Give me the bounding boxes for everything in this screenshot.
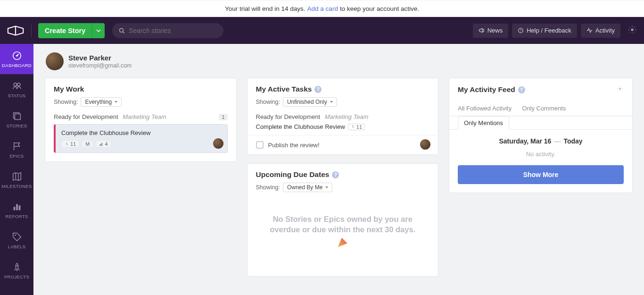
main-content: Steve Parker stevefrompl@gmail.com My Wo… (33, 44, 644, 295)
pulse-icon (586, 27, 593, 34)
no-activity: No activity. (449, 148, 632, 165)
sidebar-item-dashboard[interactable]: DASHBOARD (0, 44, 33, 74)
tab-all[interactable]: All Followed Activity (458, 101, 512, 116)
settings-button[interactable] (627, 25, 637, 37)
active-tasks-card: My Active Tasks ? Showing: Unfinished On… (247, 78, 439, 155)
status-icon (12, 81, 22, 91)
help-icon: ? (518, 27, 524, 34)
gear-icon (616, 85, 624, 93)
chart-icon (12, 202, 22, 212)
user-header: Steve Parker stevefrompl@gmail.com (46, 52, 633, 70)
feed-settings-button[interactable] (616, 85, 624, 94)
task-row[interactable]: Publish the review! (248, 135, 438, 154)
divider (31, 24, 32, 37)
search-icon (119, 27, 125, 34)
help-icon[interactable]: ? (518, 86, 525, 93)
sidebar-item-labels[interactable]: LABELS (0, 225, 33, 255)
megaphone-icon (479, 27, 485, 34)
svg-point-14 (16, 265, 17, 266)
upcoming-empty: No Stories or Epics owned by you are ove… (248, 194, 438, 276)
stories-icon (12, 111, 22, 121)
feed-tabs-row2: Only Mentions (449, 116, 632, 130)
create-story-dropdown[interactable] (92, 23, 105, 38)
help-icon[interactable]: ? (332, 171, 339, 178)
svg-point-18 (619, 88, 621, 90)
svg-rect-17 (102, 143, 103, 145)
news-button[interactable]: News (473, 24, 509, 38)
svg-rect-16 (101, 143, 102, 146)
my-work-card: My Work Showing: Everything Ready for De… (45, 78, 237, 162)
activity-button[interactable]: Activity (581, 24, 620, 38)
rocket-icon (12, 262, 22, 272)
mywork-showing-dropdown[interactable]: Everything (81, 97, 122, 107)
story-title: Complete the Clubhouse Review (61, 129, 222, 136)
gear-icon (627, 25, 637, 35)
bars-icon (99, 142, 103, 146)
svg-rect-11 (16, 204, 18, 210)
showing-label: Showing: (54, 99, 78, 105)
search-wrap[interactable] (112, 23, 223, 38)
svg-point-6 (14, 83, 17, 86)
upcoming-title: Upcoming Due Dates (256, 170, 330, 179)
tasks-state: Ready for Development (256, 113, 321, 120)
tasks-team: Marketing Team (325, 113, 369, 120)
showing-label: Showing: (256, 99, 280, 105)
user-email: stevefrompl@gmail.com (68, 62, 132, 69)
sidebar: DASHBOARD STATUS STORIES EPICS MILESTONE… (0, 44, 33, 295)
tasks-showing-dropdown[interactable]: Unfinished Only (283, 97, 337, 107)
sidebar-item-milestones[interactable]: MILESTONES (0, 165, 33, 195)
svg-point-13 (14, 234, 16, 236)
trial-banner: Your trial will end in 14 days. Add a ca… (0, 0, 644, 17)
upcoming-showing-dropdown[interactable]: Owned By Me (283, 183, 332, 192)
chart-tag: 4 (96, 140, 111, 148)
svg-text:?: ? (520, 28, 522, 33)
svg-point-3 (631, 28, 634, 31)
sidebar-item-reports[interactable]: REPORTS (0, 195, 33, 225)
map-icon (12, 171, 22, 182)
task-parent[interactable]: Complete the Clubhouse Review 11 (256, 123, 430, 130)
flag-icon (12, 141, 22, 152)
trial-suffix: to keep your account active. (340, 5, 419, 12)
story-avatar (213, 138, 223, 149)
feed-title: My Activity Feed (458, 85, 515, 94)
party-icon (338, 238, 347, 247)
task-text: Publish the review! (268, 142, 320, 149)
showing-label: Showing: (256, 184, 280, 191)
show-more-button[interactable]: Show More (458, 165, 624, 184)
svg-point-5 (16, 55, 17, 56)
avatar (46, 52, 64, 70)
svg-rect-10 (13, 207, 15, 210)
logo-icon[interactable] (7, 24, 25, 37)
tab-comments[interactable]: Only Comments (522, 101, 566, 116)
help-button[interactable]: ? Help / Feedback (512, 24, 577, 38)
svg-rect-9 (15, 114, 20, 119)
wrench-icon (351, 125, 355, 129)
create-story-group: Create Story (38, 23, 105, 38)
mywork-state: Ready for Development (54, 113, 118, 120)
create-story-button[interactable]: Create Story (38, 23, 92, 38)
sidebar-item-epics[interactable]: EPICS (0, 135, 33, 165)
dashboard-icon (12, 51, 22, 61)
sidebar-item-projects[interactable]: PROJECTS (0, 255, 33, 286)
user-name: Steve Parker (68, 54, 132, 62)
my-work-title: My Work (54, 85, 228, 93)
story-card[interactable]: Complete the Clubhouse Review 11 M 4 (54, 124, 228, 153)
wrench-icon (65, 142, 69, 146)
help-icon[interactable]: ? (314, 86, 322, 93)
upcoming-card: Upcoming Due Dates ? Showing: Owned By M… (247, 163, 439, 277)
task-checkbox[interactable] (256, 141, 264, 149)
sidebar-item-status[interactable]: STATUS (0, 74, 33, 104)
task-avatar (420, 139, 430, 150)
add-card-link[interactable]: Add a card (307, 5, 338, 12)
svg-rect-12 (18, 205, 20, 210)
feed-date: Saturday, Mar 16—Today (449, 130, 632, 148)
search-input[interactable] (129, 27, 217, 34)
trial-text: Your trial will end in 14 days. (225, 5, 305, 12)
m-tag: M (82, 140, 93, 148)
svg-point-0 (120, 28, 124, 32)
tag-icon (12, 232, 22, 242)
tab-mentions[interactable]: Only Mentions (458, 116, 509, 130)
activity-feed-card: My Activity Feed ? All Followed Activity… (449, 78, 633, 193)
sidebar-item-stories[interactable]: STORIES (0, 104, 33, 135)
mywork-count: 1 (219, 114, 227, 120)
